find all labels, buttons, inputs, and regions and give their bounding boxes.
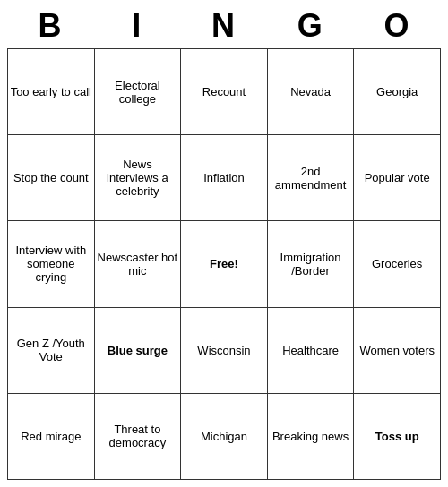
title-b: B bbox=[7, 7, 94, 45]
bingo-title: B I N G O bbox=[7, 7, 441, 45]
title-o: O bbox=[354, 7, 441, 45]
cell-r0-c4: Georgia bbox=[354, 49, 441, 135]
cell-r4-c3: Breaking news bbox=[267, 393, 354, 479]
cell-r1-c0: Stop the count bbox=[8, 135, 95, 221]
cell-r4-c2: Michigan bbox=[181, 393, 268, 479]
cell-r1-c3: 2nd ammendment bbox=[267, 135, 354, 221]
cell-r4-c1: Threat to democracy bbox=[94, 393, 181, 479]
cell-r2-c0: Interview with someone crying bbox=[8, 221, 95, 307]
cell-r0-c0: Too early to call bbox=[8, 49, 95, 135]
cell-r0-c1: Electoral college bbox=[94, 49, 181, 135]
cell-r3-c0: Gen Z /Youth Vote bbox=[8, 307, 95, 393]
bingo-grid: Too early to callElectoral collegeRecoun… bbox=[7, 48, 441, 480]
cell-r4-c4: Toss up bbox=[354, 393, 441, 479]
title-n: N bbox=[181, 7, 268, 45]
cell-r1-c2: Inflation bbox=[181, 135, 268, 221]
cell-r2-c3: Immigration /Border bbox=[267, 221, 354, 307]
cell-r4-c0: Red mirage bbox=[8, 393, 95, 479]
cell-r1-c1: News interviews a celebrity bbox=[94, 135, 181, 221]
title-i: I bbox=[94, 7, 181, 45]
cell-r1-c4: Popular vote bbox=[354, 135, 441, 221]
cell-r3-c4: Women voters bbox=[354, 307, 441, 393]
cell-r0-c2: Recount bbox=[181, 49, 268, 135]
title-g: G bbox=[267, 7, 354, 45]
cell-r2-c1: Newscaster hot mic bbox=[94, 221, 181, 307]
cell-r3-c3: Healthcare bbox=[267, 307, 354, 393]
cell-r3-c2: Wisconsin bbox=[181, 307, 268, 393]
cell-r2-c4: Groceries bbox=[354, 221, 441, 307]
cell-r3-c1: Blue surge bbox=[94, 307, 181, 393]
cell-r0-c3: Nevada bbox=[267, 49, 354, 135]
cell-r2-c2: Free! bbox=[181, 221, 268, 307]
